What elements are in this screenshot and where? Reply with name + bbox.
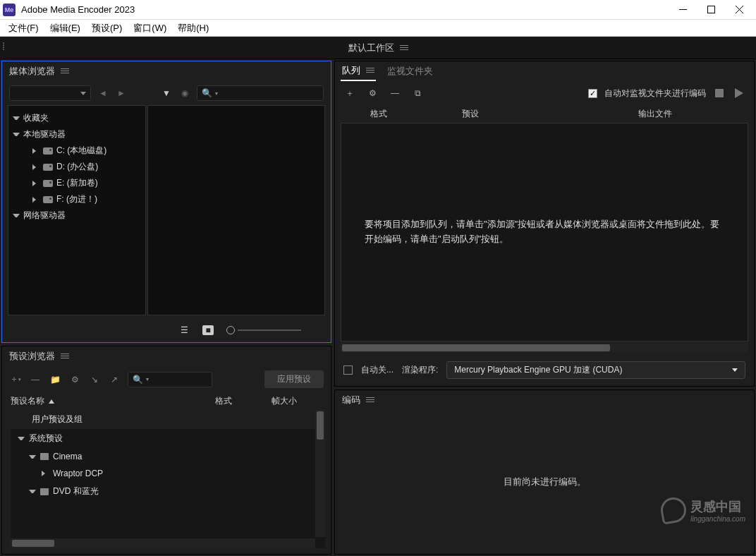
chevron-right-icon[interactable]: [32, 164, 39, 170]
media-path-dropdown[interactable]: [9, 85, 91, 101]
tree-drive-d[interactable]: D: (办公盘): [8, 159, 145, 175]
media-tree[interactable]: 收藏夹 本地驱动器 C: (本地磁盘) D: (办公盘) E: (新加卷) F:…: [8, 105, 146, 315]
tab-media-browser[interactable]: 媒体浏览器: [8, 62, 71, 80]
menu-edit[interactable]: 编辑(E): [46, 20, 85, 36]
queue-drop-area[interactable]: 要将项目添加到队列，请单击"添加源"按钮或者从媒体浏览器或桌面将文件拖到此处。要…: [341, 123, 748, 342]
thumbnail-view-button[interactable]: ■: [202, 325, 214, 335]
row-label: DVD 和蓝光: [53, 485, 99, 497]
settings-icon[interactable]: ⚙: [68, 373, 81, 386]
media-search-input[interactable]: 🔍▾: [197, 85, 324, 101]
chevron-right-icon[interactable]: [32, 148, 39, 154]
minimize-button[interactable]: [669, 1, 697, 18]
tree-drive-e[interactable]: E: (新加卷): [8, 175, 145, 191]
tree-local-drives[interactable]: 本地驱动器: [8, 126, 145, 143]
chevron-down-icon[interactable]: [29, 455, 36, 459]
drive-icon: [43, 164, 53, 171]
preset-columns-header: 预设名称 格式 帧大小: [2, 392, 331, 410]
chevron-down-icon[interactable]: [13, 133, 20, 136]
list-view-button[interactable]: ☰: [178, 325, 190, 335]
renderer-label: 渲染程序:: [402, 364, 438, 376]
auto-close-checkbox[interactable]: [343, 365, 353, 375]
queue-toolbar: ＋ ⚙ — ⧉ 自动对监视文件夹进行编码: [335, 81, 754, 105]
chevron-right-icon[interactable]: [32, 181, 39, 186]
renderer-dropdown[interactable]: Mercury Playback Engine GPU 加速 (CUDA): [446, 361, 745, 379]
hamburger-icon[interactable]: [366, 67, 374, 74]
import-icon[interactable]: ↘: [88, 373, 101, 386]
preset-list[interactable]: 用户预设及组 系统预设 Cinema Wraptor DCP DVD 和蓝光: [11, 410, 325, 548]
search-icon: 🔍: [133, 375, 143, 385]
chevron-right-icon[interactable]: [32, 197, 39, 203]
col-format[interactable]: 格式: [215, 395, 272, 407]
menu-window[interactable]: 窗口(W): [129, 20, 171, 36]
remove-item-button[interactable]: —: [389, 87, 401, 99]
search-icon: 🔍: [202, 88, 212, 98]
maximize-button[interactable]: [697, 1, 725, 18]
filter-icon[interactable]: ▼: [160, 87, 173, 99]
preset-browser-panel: 预设浏览器 ＋▾ — 📁 ⚙ ↘ ↗ 🔍▾ 应用预设 预设名称 格式 帧大小: [1, 346, 331, 555]
start-queue-button[interactable]: [733, 87, 745, 99]
zoom-slider[interactable]: [226, 326, 301, 334]
media-preview-area[interactable]: [147, 105, 325, 315]
eye-icon[interactable]: ◉: [178, 87, 191, 99]
chevron-down-icon[interactable]: [18, 437, 25, 440]
tree-drive-c[interactable]: C: (本地磁盘): [8, 143, 145, 159]
close-button[interactable]: [725, 1, 753, 18]
preset-search-input[interactable]: 🔍▾: [128, 372, 212, 387]
auto-encode-checkbox[interactable]: [588, 89, 597, 98]
tree-favorites[interactable]: 收藏夹: [8, 110, 145, 126]
tab-encoding[interactable]: 编码: [341, 391, 376, 409]
preset-dvd[interactable]: DVD 和蓝光: [11, 482, 325, 501]
queue-columns-header: 格式 预设 输出文件: [335, 105, 754, 123]
chevron-down-icon[interactable]: [29, 490, 36, 493]
preset-cinema[interactable]: Cinema: [11, 448, 325, 465]
preset-scrollbar-horizontal[interactable]: [11, 538, 315, 548]
tab-watch-folder[interactable]: 监视文件夹: [386, 62, 434, 80]
chevron-down-icon[interactable]: [13, 214, 20, 217]
scrollbar-thumb[interactable]: [317, 411, 324, 440]
chevron-right-icon[interactable]: [42, 471, 49, 476]
preset-wraptor[interactable]: Wraptor DCP: [11, 465, 325, 482]
queue-scrollbar-horizontal[interactable]: [341, 343, 748, 353]
hamburger-icon[interactable]: [61, 68, 69, 75]
tab-preset-browser[interactable]: 预设浏览器: [8, 347, 71, 365]
col-framesize[interactable]: 帧大小: [272, 395, 322, 407]
tab-label: 队列: [342, 64, 360, 77]
export-icon[interactable]: ↗: [108, 373, 121, 386]
apply-preset-button[interactable]: 应用预设: [264, 370, 324, 388]
zoom-handle-icon[interactable]: [226, 326, 235, 334]
col-preset-name[interactable]: 预设名称: [11, 395, 215, 407]
menu-preset[interactable]: 预设(P): [87, 20, 126, 36]
scrollbar-thumb[interactable]: [12, 540, 54, 547]
duplicate-icon[interactable]: ⧉: [411, 87, 424, 99]
nav-back-button[interactable]: ◄: [97, 87, 109, 99]
tree-drive-f[interactable]: F: (勿进！): [8, 191, 145, 207]
nav-forward-button[interactable]: ►: [115, 87, 128, 99]
menu-bar: 文件(F) 编辑(E) 预设(P) 窗口(W) 帮助(H): [0, 20, 756, 37]
preset-scrollbar-vertical[interactable]: [315, 410, 325, 537]
hamburger-icon[interactable]: [61, 353, 69, 360]
menu-help[interactable]: 帮助(H): [173, 20, 213, 36]
stop-queue-button[interactable]: [713, 87, 726, 99]
menu-file[interactable]: 文件(F): [4, 20, 43, 36]
workspace-selector[interactable]: 默认工作区: [348, 42, 408, 54]
zoom-track[interactable]: [238, 330, 301, 331]
queue-panel: 队列 监视文件夹 ＋ ⚙ — ⧉ 自动对监视文件夹进行编码: [334, 61, 755, 387]
preset-user-group[interactable]: 用户预设及组: [11, 410, 325, 429]
remove-preset-button[interactable]: —: [29, 373, 42, 386]
row-label: Cinema: [53, 452, 82, 461]
chevron-down-icon[interactable]: [13, 116, 20, 120]
add-preset-button[interactable]: ＋▾: [9, 373, 22, 386]
tab-queue[interactable]: 队列: [341, 61, 376, 81]
scrollbar-thumb[interactable]: [342, 344, 610, 351]
preset-system-group[interactable]: 系统预设: [11, 429, 325, 448]
hamburger-icon[interactable]: [366, 397, 374, 404]
add-source-button[interactable]: ＋: [343, 87, 356, 99]
tree-network-drives[interactable]: 网络驱动器: [8, 207, 145, 224]
new-group-button[interactable]: 📁: [49, 373, 61, 386]
media-browser-tabs: 媒体浏览器: [2, 61, 331, 81]
tree-label: F: (勿进！): [56, 193, 97, 205]
queue-settings-icon[interactable]: ⚙: [366, 87, 379, 99]
watermark-big: 灵感中国: [690, 498, 745, 515]
drag-handle-icon[interactable]: [3, 42, 6, 54]
folder-icon: [40, 453, 49, 460]
